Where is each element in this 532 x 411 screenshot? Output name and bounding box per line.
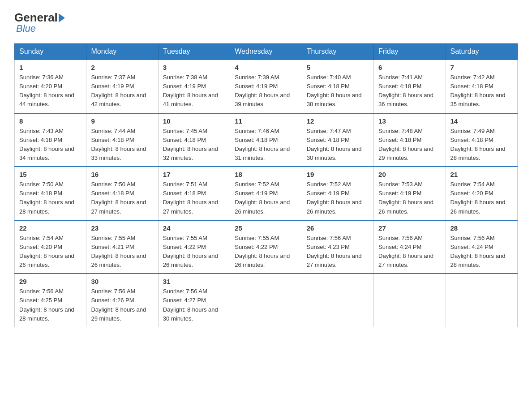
calendar-cell	[230, 274, 302, 327]
day-info: Sunrise: 7:56 AM Sunset: 4:27 PM Dayligh…	[163, 287, 225, 323]
calendar-week-row: 1 Sunrise: 7:36 AM Sunset: 4:20 PM Dayli…	[15, 60, 518, 113]
calendar-cell: 13 Sunrise: 7:48 AM Sunset: 4:18 PM Dayl…	[374, 113, 446, 167]
day-info: Sunrise: 7:56 AM Sunset: 4:24 PM Dayligh…	[378, 234, 441, 270]
calendar-cell: 17 Sunrise: 7:51 AM Sunset: 4:18 PM Dayl…	[158, 167, 230, 220]
day-info: Sunrise: 7:37 AM Sunset: 4:19 PM Dayligh…	[91, 73, 153, 109]
logo-blue-text: Blue	[14, 23, 36, 34]
day-number: 8	[19, 117, 82, 125]
weekday-header-friday: Friday	[374, 44, 446, 60]
calendar-week-row: 8 Sunrise: 7:43 AM Sunset: 4:18 PM Dayli…	[15, 113, 518, 167]
weekday-header-row: SundayMondayTuesdayWednesdayThursdayFrid…	[15, 44, 518, 60]
calendar-cell: 12 Sunrise: 7:47 AM Sunset: 4:18 PM Dayl…	[302, 113, 373, 167]
calendar-cell: 4 Sunrise: 7:39 AM Sunset: 4:19 PM Dayli…	[230, 60, 302, 113]
calendar-cell: 25 Sunrise: 7:55 AM Sunset: 4:22 PM Dayl…	[230, 220, 302, 274]
day-info: Sunrise: 7:55 AM Sunset: 4:22 PM Dayligh…	[235, 234, 297, 270]
day-number: 29	[19, 278, 82, 285]
day-number: 17	[163, 171, 225, 178]
day-number: 25	[235, 224, 297, 232]
weekday-header-sunday: Sunday	[15, 44, 86, 60]
day-number: 22	[19, 224, 82, 232]
day-info: Sunrise: 7:54 AM Sunset: 4:20 PM Dayligh…	[19, 234, 82, 270]
calendar-cell: 18 Sunrise: 7:52 AM Sunset: 4:19 PM Dayl…	[230, 167, 302, 220]
day-info: Sunrise: 7:51 AM Sunset: 4:18 PM Dayligh…	[163, 180, 225, 216]
calendar-week-row: 29 Sunrise: 7:56 AM Sunset: 4:25 PM Dayl…	[15, 274, 518, 327]
calendar-cell: 21 Sunrise: 7:54 AM Sunset: 4:20 PM Dayl…	[446, 167, 517, 220]
calendar-cell	[374, 274, 446, 327]
day-number: 19	[307, 171, 369, 178]
day-info: Sunrise: 7:56 AM Sunset: 4:26 PM Dayligh…	[91, 287, 153, 323]
day-info: Sunrise: 7:41 AM Sunset: 4:18 PM Dayligh…	[378, 73, 441, 109]
day-number: 27	[378, 224, 441, 232]
day-number: 2	[91, 64, 153, 71]
day-info: Sunrise: 7:55 AM Sunset: 4:21 PM Dayligh…	[91, 234, 153, 270]
calendar-cell: 22 Sunrise: 7:54 AM Sunset: 4:20 PM Dayl…	[15, 220, 86, 274]
day-info: Sunrise: 7:38 AM Sunset: 4:19 PM Dayligh…	[163, 73, 225, 109]
day-info: Sunrise: 7:50 AM Sunset: 4:18 PM Dayligh…	[19, 180, 82, 216]
day-info: Sunrise: 7:56 AM Sunset: 4:24 PM Dayligh…	[450, 234, 513, 270]
calendar-week-row: 22 Sunrise: 7:54 AM Sunset: 4:20 PM Dayl…	[15, 220, 518, 274]
calendar-cell	[446, 274, 517, 327]
day-info: Sunrise: 7:56 AM Sunset: 4:23 PM Dayligh…	[307, 234, 369, 270]
day-info: Sunrise: 7:53 AM Sunset: 4:19 PM Dayligh…	[378, 180, 441, 216]
day-number: 9	[91, 117, 153, 125]
logo: General Blue	[14, 11, 66, 34]
weekday-header-wednesday: Wednesday	[230, 44, 302, 60]
day-number: 16	[91, 171, 153, 178]
weekday-header-thursday: Thursday	[302, 44, 373, 60]
day-info: Sunrise: 7:52 AM Sunset: 4:19 PM Dayligh…	[307, 180, 369, 216]
calendar-cell: 3 Sunrise: 7:38 AM Sunset: 4:19 PM Dayli…	[158, 60, 230, 113]
day-number: 15	[19, 171, 82, 178]
day-number: 23	[91, 224, 153, 232]
calendar-cell: 11 Sunrise: 7:46 AM Sunset: 4:18 PM Dayl…	[230, 113, 302, 167]
day-info: Sunrise: 7:52 AM Sunset: 4:19 PM Dayligh…	[235, 180, 297, 216]
day-number: 3	[163, 64, 225, 71]
day-number: 13	[378, 117, 441, 125]
day-info: Sunrise: 7:55 AM Sunset: 4:22 PM Dayligh…	[163, 234, 225, 270]
day-info: Sunrise: 7:48 AM Sunset: 4:18 PM Dayligh…	[378, 127, 441, 163]
day-info: Sunrise: 7:50 AM Sunset: 4:18 PM Dayligh…	[91, 180, 153, 216]
day-number: 5	[307, 64, 369, 71]
calendar-cell: 19 Sunrise: 7:52 AM Sunset: 4:19 PM Dayl…	[302, 167, 373, 220]
day-number: 26	[307, 224, 369, 232]
day-info: Sunrise: 7:39 AM Sunset: 4:19 PM Dayligh…	[235, 73, 297, 109]
calendar-table: SundayMondayTuesdayWednesdayThursdayFrid…	[14, 43, 518, 327]
calendar-cell: 9 Sunrise: 7:44 AM Sunset: 4:18 PM Dayli…	[86, 113, 158, 167]
weekday-header-saturday: Saturday	[446, 44, 517, 60]
calendar-cell	[302, 274, 373, 327]
calendar-week-row: 15 Sunrise: 7:50 AM Sunset: 4:18 PM Dayl…	[15, 167, 518, 220]
day-number: 20	[378, 171, 441, 178]
page-header: General Blue	[14, 11, 518, 34]
calendar-cell: 23 Sunrise: 7:55 AM Sunset: 4:21 PM Dayl…	[86, 220, 158, 274]
calendar-cell: 2 Sunrise: 7:37 AM Sunset: 4:19 PM Dayli…	[86, 60, 158, 113]
day-info: Sunrise: 7:42 AM Sunset: 4:18 PM Dayligh…	[450, 73, 513, 109]
day-info: Sunrise: 7:43 AM Sunset: 4:18 PM Dayligh…	[19, 127, 82, 163]
day-number: 1	[19, 64, 82, 71]
day-number: 12	[307, 117, 369, 125]
calendar-cell: 16 Sunrise: 7:50 AM Sunset: 4:18 PM Dayl…	[86, 167, 158, 220]
weekday-header-monday: Monday	[86, 44, 158, 60]
day-number: 24	[163, 224, 225, 232]
day-info: Sunrise: 7:54 AM Sunset: 4:20 PM Dayligh…	[450, 180, 513, 216]
day-info: Sunrise: 7:47 AM Sunset: 4:18 PM Dayligh…	[307, 127, 369, 163]
day-number: 28	[450, 224, 513, 232]
day-info: Sunrise: 7:49 AM Sunset: 4:18 PM Dayligh…	[450, 127, 513, 163]
day-info: Sunrise: 7:46 AM Sunset: 4:18 PM Dayligh…	[235, 127, 297, 163]
calendar-cell: 30 Sunrise: 7:56 AM Sunset: 4:26 PM Dayl…	[86, 274, 158, 327]
calendar-cell: 15 Sunrise: 7:50 AM Sunset: 4:18 PM Dayl…	[15, 167, 86, 220]
weekday-header-tuesday: Tuesday	[158, 44, 230, 60]
day-number: 7	[450, 64, 513, 71]
calendar-cell: 24 Sunrise: 7:55 AM Sunset: 4:22 PM Dayl…	[158, 220, 230, 274]
calendar-cell: 7 Sunrise: 7:42 AM Sunset: 4:18 PM Dayli…	[446, 60, 517, 113]
calendar-cell: 31 Sunrise: 7:56 AM Sunset: 4:27 PM Dayl…	[158, 274, 230, 327]
calendar-cell: 26 Sunrise: 7:56 AM Sunset: 4:23 PM Dayl…	[302, 220, 373, 274]
calendar-cell: 29 Sunrise: 7:56 AM Sunset: 4:25 PM Dayl…	[15, 274, 86, 327]
day-info: Sunrise: 7:36 AM Sunset: 4:20 PM Dayligh…	[19, 73, 82, 109]
day-info: Sunrise: 7:40 AM Sunset: 4:18 PM Dayligh…	[307, 73, 369, 109]
day-info: Sunrise: 7:44 AM Sunset: 4:18 PM Dayligh…	[91, 127, 153, 163]
day-number: 4	[235, 64, 297, 71]
day-number: 11	[235, 117, 297, 125]
calendar-cell: 27 Sunrise: 7:56 AM Sunset: 4:24 PM Dayl…	[374, 220, 446, 274]
calendar-cell: 10 Sunrise: 7:45 AM Sunset: 4:18 PM Dayl…	[158, 113, 230, 167]
logo-arrow-icon	[59, 13, 65, 22]
day-number: 10	[163, 117, 225, 125]
